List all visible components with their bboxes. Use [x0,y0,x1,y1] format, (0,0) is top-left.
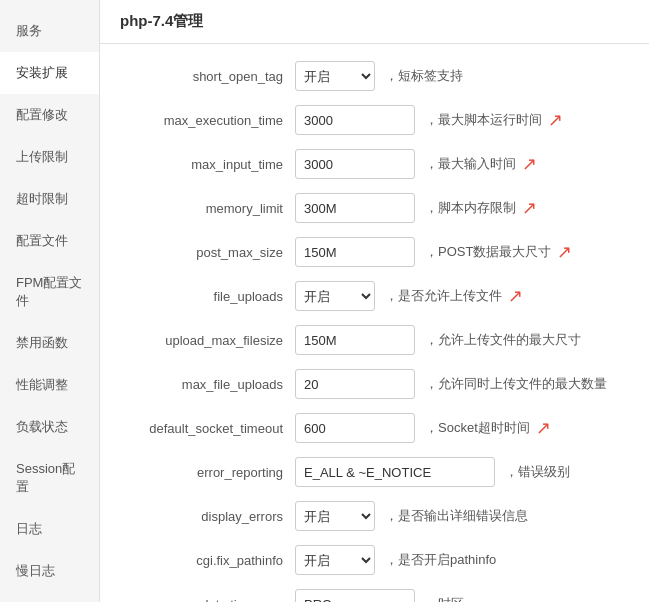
sidebar-item-service[interactable]: 服务 [0,10,99,52]
input-max-execution-time[interactable] [295,105,415,135]
row-max-file-uploads: max_file_uploads ，允许同时上传文件的最大数量 [120,368,629,400]
control-error-reporting: ，错误级别 [295,457,629,487]
hint-default-socket-timeout: ，Socket超时时间 [425,419,530,437]
hint-max-input-time: ，最大输入时间 [425,155,516,173]
label-date-timezone: date.timezone [120,597,295,603]
row-upload-max-filesize: upload_max_filesize ，允许上传文件的最大尺寸 [120,324,629,356]
sidebar-item-config-file[interactable]: 配置文件 [0,220,99,262]
label-short-open-tag: short_open_tag [120,69,295,84]
control-upload-max-filesize: ，允许上传文件的最大尺寸 [295,325,629,355]
hint-upload-max-filesize: ，允许上传文件的最大尺寸 [425,331,581,349]
row-max-execution-time: max_execution_time ，最大脚本运行时间 ↖ [120,104,629,136]
control-display-errors: 开启 关闭 ，是否输出详细错误信息 [295,501,629,531]
hint-cgi-fix-pathinfo: ，是否开启pathinfo [385,551,496,569]
sidebar-item-fpm-config[interactable]: FPM配置文件 [0,262,99,322]
page-title: php-7.4管理 [100,0,649,44]
input-max-input-time[interactable] [295,149,415,179]
control-default-socket-timeout: ，Socket超时时间 ↖ [295,413,629,443]
label-error-reporting: error_reporting [120,465,295,480]
input-default-socket-timeout[interactable] [295,413,415,443]
row-max-input-time: max_input_time ，最大输入时间 ↖ [120,148,629,180]
sidebar-item-install-ext[interactable]: 安装扩展 [0,52,99,94]
sidebar: 服务 安装扩展 配置修改 上传限制 超时限制 配置文件 FPM配置文件 禁用函数… [0,0,100,602]
control-file-uploads: 开启 关闭 ，是否允许上传文件 ↖ [295,281,629,311]
control-memory-limit: ，脚本内存限制 ↖ [295,193,629,223]
sidebar-item-disabled-func[interactable]: 禁用函数 [0,322,99,364]
label-max-input-time: max_input_time [120,157,295,172]
row-display-errors: display_errors 开启 关闭 ，是否输出详细错误信息 [120,500,629,532]
hint-file-uploads: ，是否允许上传文件 [385,287,502,305]
content-area: short_open_tag 开启 关闭 ，短标签支持 max_executio… [100,44,649,602]
row-file-uploads: file_uploads 开启 关闭 ，是否允许上传文件 ↖ [120,280,629,312]
label-display-errors: display_errors [120,509,295,524]
select-display-errors[interactable]: 开启 关闭 [295,501,375,531]
hint-max-execution-time: ，最大脚本运行时间 [425,111,542,129]
label-default-socket-timeout: default_socket_timeout [120,421,295,436]
sidebar-item-log[interactable]: 日志 [0,508,99,550]
sidebar-item-timeout[interactable]: 超时限制 [0,178,99,220]
arrow-memory-limit: ↖ [522,197,537,219]
arrow-max-input-time: ↖ [522,153,537,175]
select-cgi-fix-pathinfo[interactable]: 开启 关闭 [295,545,375,575]
label-post-max-size: post_max_size [120,245,295,260]
select-file-uploads[interactable]: 开启 关闭 [295,281,375,311]
select-short-open-tag[interactable]: 开启 关闭 [295,61,375,91]
hint-max-file-uploads: ，允许同时上传文件的最大数量 [425,375,607,393]
arrow-default-socket-timeout: ↖ [536,417,551,439]
row-cgi-fix-pathinfo: cgi.fix_pathinfo 开启 关闭 ，是否开启pathinfo [120,544,629,576]
control-max-execution-time: ，最大脚本运行时间 ↖ [295,105,629,135]
label-memory-limit: memory_limit [120,201,295,216]
sidebar-item-phpinfo[interactable]: phpinfo [0,592,99,602]
hint-short-open-tag: ，短标签支持 [385,67,463,85]
input-error-reporting[interactable] [295,457,495,487]
row-short-open-tag: short_open_tag 开启 关闭 ，短标签支持 [120,60,629,92]
sidebar-item-load-status[interactable]: 负载状态 [0,406,99,448]
arrow-post-max-size: ↖ [557,241,572,263]
control-post-max-size: ，POST数据最大尺寸 ↖ [295,237,629,267]
control-max-file-uploads: ，允许同时上传文件的最大数量 [295,369,629,399]
label-max-execution-time: max_execution_time [120,113,295,128]
input-max-file-uploads[interactable] [295,369,415,399]
label-cgi-fix-pathinfo: cgi.fix_pathinfo [120,553,295,568]
control-max-input-time: ，最大输入时间 ↖ [295,149,629,179]
row-error-reporting: error_reporting ，错误级别 [120,456,629,488]
label-file-uploads: file_uploads [120,289,295,304]
label-upload-max-filesize: upload_max_filesize [120,333,295,348]
app-layout: 服务 安装扩展 配置修改 上传限制 超时限制 配置文件 FPM配置文件 禁用函数… [0,0,649,602]
control-date-timezone: ，时区 [295,589,629,602]
sidebar-item-performance[interactable]: 性能调整 [0,364,99,406]
sidebar-item-session[interactable]: Session配置 [0,448,99,508]
arrow-file-uploads: ↖ [508,285,523,307]
label-max-file-uploads: max_file_uploads [120,377,295,392]
hint-date-timezone: ，时区 [425,595,464,602]
control-cgi-fix-pathinfo: 开启 关闭 ，是否开启pathinfo [295,545,629,575]
row-post-max-size: post_max_size ，POST数据最大尺寸 ↖ [120,236,629,268]
sidebar-item-config[interactable]: 配置修改 [0,94,99,136]
hint-error-reporting: ，错误级别 [505,463,570,481]
sidebar-item-slow-log[interactable]: 慢日志 [0,550,99,592]
arrow-max-execution-time: ↖ [548,109,563,131]
hint-post-max-size: ，POST数据最大尺寸 [425,243,551,261]
hint-display-errors: ，是否输出详细错误信息 [385,507,528,525]
input-post-max-size[interactable] [295,237,415,267]
row-default-socket-timeout: default_socket_timeout ，Socket超时时间 ↖ [120,412,629,444]
control-short-open-tag: 开启 关闭 ，短标签支持 [295,61,629,91]
input-date-timezone[interactable] [295,589,415,602]
row-memory-limit: memory_limit ，脚本内存限制 ↖ [120,192,629,224]
input-upload-max-filesize[interactable] [295,325,415,355]
row-date-timezone: date.timezone ，时区 [120,588,629,602]
hint-memory-limit: ，脚本内存限制 [425,199,516,217]
sidebar-item-upload[interactable]: 上传限制 [0,136,99,178]
input-memory-limit[interactable] [295,193,415,223]
main-panel: php-7.4管理 short_open_tag 开启 关闭 ，短标签支持 ma… [100,0,649,602]
